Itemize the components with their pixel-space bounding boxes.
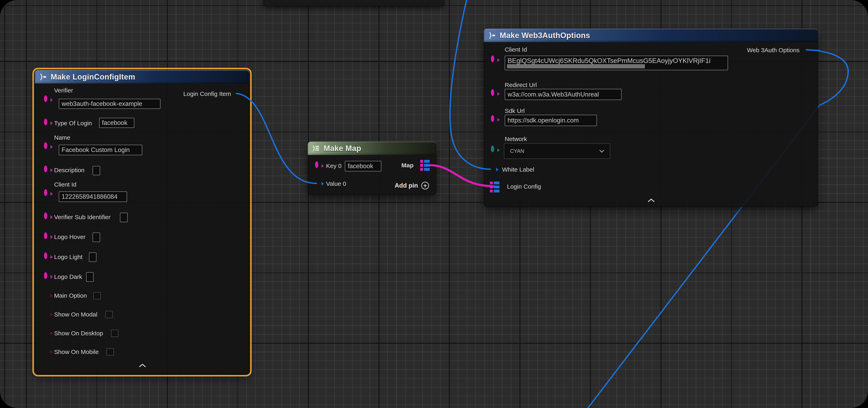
field-label-sdk-url: Sdk Url: [505, 107, 525, 114]
offscreen-node-bottom-edge[interactable]: [264, 0, 444, 6]
logo-dark-input[interactable]: [86, 272, 94, 282]
verifier-input[interactable]: web3auth-facebook-example: [59, 99, 160, 109]
pin-label-login-config: Login Config: [507, 183, 541, 190]
pin-label-logo-dark: Logo Dark: [54, 273, 82, 280]
sdk-url-input[interactable]: https://sdk.openlogin.com: [505, 115, 597, 126]
type-of-login-input[interactable]: facebook: [99, 118, 134, 128]
input-pin-description[interactable]: [44, 167, 50, 173]
input-pin-logo-hover[interactable]: [44, 234, 50, 240]
input-pin-verifier-sub-identifier[interactable]: [44, 214, 50, 220]
field-label-redirect-url: Redirect Url: [505, 81, 537, 89]
node-title: Make LoginConfigItem: [51, 73, 135, 81]
input-pin-show-on-modal[interactable]: [44, 311, 50, 317]
verifier-sub-identifier-input[interactable]: [120, 213, 128, 222]
pin-label-show-on-modal: Show On Modal: [54, 311, 97, 318]
output-pin-label: Web 3Auth Options: [747, 47, 800, 54]
pin-label-verifier-sub-identifier: Verifier Sub Identifier: [54, 214, 111, 220]
node-header[interactable]: Make Map: [308, 142, 436, 155]
chevron-down-icon: [599, 150, 604, 152]
pin-label-logo-light: Logo Light: [54, 253, 83, 261]
pin-label-main-option: Main Option: [54, 292, 87, 299]
input-pin-main-option[interactable]: [44, 293, 50, 299]
input-pin-login-config[interactable]: [490, 181, 499, 193]
field-label-client-id: Client Id: [54, 181, 76, 188]
main-option-checkbox[interactable]: [93, 292, 101, 299]
input-pin-key-0[interactable]: [315, 163, 321, 169]
node-title: Make Web3AuthOptions: [500, 31, 590, 40]
output-row-login-config-item: Login Config Item: [183, 91, 241, 97]
node-make-web3auth-options[interactable]: Make Web3AuthOptions Web 3Auth Options C…: [484, 29, 818, 207]
input-pin-type-of-login[interactable]: [44, 120, 50, 126]
pin-label-logo-hover: Logo Hover: [54, 234, 86, 240]
logo-hover-input[interactable]: [93, 233, 100, 242]
pin-label-show-on-mobile: Show On Mobile: [54, 348, 99, 355]
output-pin-label: Login Config Item: [183, 91, 231, 97]
field-label-name: Name: [54, 134, 70, 141]
input-pin-verifier[interactable]: [44, 97, 50, 103]
redirect-url-input[interactable]: w3a://com.w3a.Web3AuthUnreal: [505, 89, 622, 100]
client-id-text: BEglQSgt4cUWcj6SKRdu5QkOXTsePmMcusG5EAoy…: [507, 57, 710, 65]
collapse-chevron-icon[interactable]: [648, 199, 655, 202]
client-id-scrollbar[interactable]: [507, 64, 645, 68]
input-pin-client-id[interactable]: [44, 191, 50, 197]
show-on-modal-checkbox[interactable]: [105, 311, 113, 318]
make-map-icon: [312, 144, 320, 152]
output-row-web3auth-options: Web 3Auth Options: [747, 47, 809, 54]
input-pin-redirect-url[interactable]: [491, 91, 497, 97]
input-pin-logo-light[interactable]: [44, 254, 50, 260]
show-on-desktop-checkbox[interactable]: [111, 330, 118, 337]
input-pin-name[interactable]: [44, 144, 50, 150]
make-struct-icon: [488, 31, 496, 39]
output-pin-web3auth-options[interactable]: [803, 47, 809, 53]
pin-label-show-on-desktop: Show On Desktop: [54, 330, 103, 337]
output-pin-login-config-item[interactable]: [235, 91, 241, 97]
output-pin-map[interactable]: [420, 160, 430, 171]
add-pin-button[interactable]: Add pin +: [395, 182, 429, 190]
input-pin-sdk-url[interactable]: [491, 117, 497, 123]
input-pin-white-label[interactable]: [490, 167, 496, 173]
input-pin-show-on-desktop[interactable]: [44, 330, 50, 336]
client-id-input[interactable]: BEglQSgt4cUWcj6SKRdu5QkOXTsePmMcusG5EAoy…: [505, 56, 728, 70]
circle-plus-icon: +: [421, 182, 429, 190]
client-id-input[interactable]: 1222658941886084: [59, 192, 127, 202]
field-label-verifier: Verifier: [54, 87, 73, 94]
input-pin-value-0[interactable]: [315, 181, 321, 187]
add-pin-label: Add pin: [395, 182, 418, 189]
node-make-map[interactable]: Make Map Key 0 facebook Map Value 0 Add …: [308, 142, 436, 195]
pin-label-value-0: Value 0: [326, 180, 346, 187]
show-on-mobile-checkbox[interactable]: [106, 348, 114, 355]
pin-label-description: Description: [54, 167, 85, 174]
input-pin-client-id[interactable]: [491, 57, 497, 63]
pin-label-key-0: Key 0: [326, 163, 342, 169]
network-selected-value: CYAN: [510, 148, 524, 154]
blueprint-graph-canvas[interactable]: Make LoginConfigItem Login Config Item V…: [0, 0, 868, 408]
output-pin-label-map: Map: [401, 162, 413, 169]
input-pin-logo-dark[interactable]: [44, 274, 50, 280]
field-label-network: Network: [505, 136, 527, 142]
collapse-chevron-icon[interactable]: [139, 364, 146, 367]
pin-label-white-label: White Label: [502, 166, 534, 173]
node-header[interactable]: Make Web3AuthOptions: [484, 29, 818, 42]
input-pin-show-on-mobile[interactable]: [44, 349, 50, 355]
node-header[interactable]: Make LoginConfigItem: [35, 70, 249, 83]
node-title: Make Map: [323, 144, 361, 153]
logo-light-input[interactable]: [89, 252, 96, 262]
description-input[interactable]: [93, 166, 100, 175]
key-0-input[interactable]: facebook: [345, 161, 381, 171]
name-input[interactable]: Facebook Custom Login: [59, 145, 142, 155]
make-struct-icon: [39, 73, 47, 81]
field-label-client-id: Client Id: [505, 46, 527, 53]
node-make-login-config-item[interactable]: Make LoginConfigItem Login Config Item V…: [35, 70, 249, 374]
pin-label-type-of-login: Type Of Login: [54, 120, 92, 127]
network-dropdown[interactable]: CYAN: [504, 143, 610, 159]
input-pin-network[interactable]: [491, 147, 497, 153]
